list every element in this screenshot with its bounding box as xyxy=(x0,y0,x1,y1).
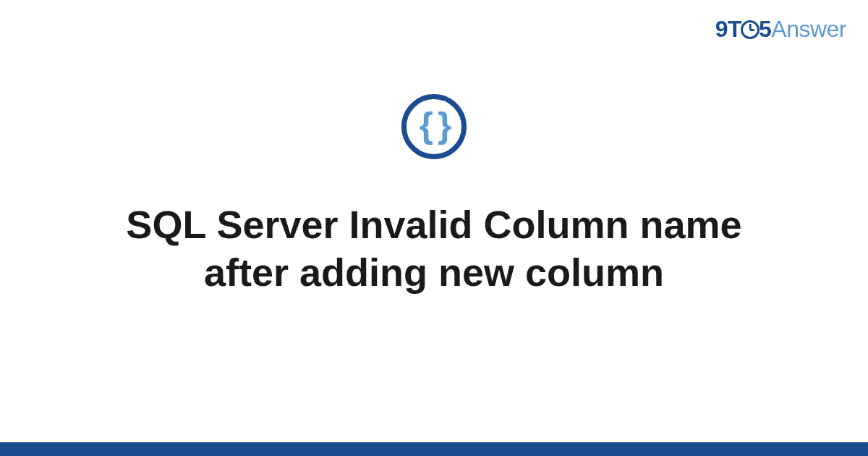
logo-text-5: 5 xyxy=(759,16,771,42)
code-braces-icon: { } xyxy=(420,107,449,143)
logo-text-answer: Answer xyxy=(771,16,846,42)
clock-icon xyxy=(741,20,760,39)
logo-text-t: T xyxy=(728,16,741,42)
page-title: SQL Server Invalid Column name after add… xyxy=(72,201,796,297)
logo-text-9: 9 xyxy=(715,16,728,42)
category-icon-circle: { } xyxy=(401,94,467,159)
main-content: { } SQL Server Invalid Column name after… xyxy=(0,94,868,297)
site-logo: 9T5Answer xyxy=(715,16,846,43)
footer-bar xyxy=(0,442,868,456)
